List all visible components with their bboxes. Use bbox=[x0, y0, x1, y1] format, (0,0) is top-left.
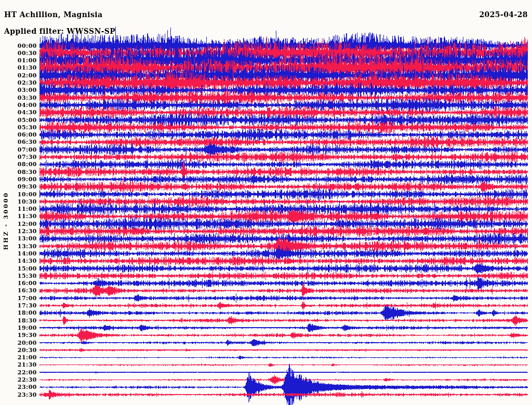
row-time-label: 02:00 bbox=[0, 73, 37, 78]
row-time-label: 20:00 bbox=[0, 340, 37, 346]
row-time-label: 03:00 bbox=[0, 87, 37, 93]
row-time-label: 12:30 bbox=[0, 228, 37, 234]
row-time-label: 06:00 bbox=[0, 132, 37, 138]
row-time-label: 03:30 bbox=[0, 95, 37, 101]
row-time-label: 19:30 bbox=[0, 332, 37, 338]
row-time-label: 22:00 bbox=[0, 370, 37, 375]
row-time-label: 18:00 bbox=[0, 310, 37, 316]
row-time-label: 07:00 bbox=[0, 147, 37, 153]
row-time-label: 08:00 bbox=[0, 161, 37, 167]
seismogram-trace-area bbox=[0, 0, 532, 405]
row-time-label: 19:00 bbox=[0, 325, 37, 331]
row-time-label: 21:30 bbox=[0, 362, 37, 368]
row-time-label: 16:00 bbox=[0, 280, 37, 286]
row-time-label: 11:30 bbox=[0, 213, 37, 219]
row-time-label: 17:00 bbox=[0, 295, 37, 301]
row-time-label: 00:30 bbox=[0, 50, 37, 56]
date-label: 2025-04-28 bbox=[479, 10, 528, 19]
row-time-label: 13:30 bbox=[0, 244, 37, 249]
row-time-label: 14:30 bbox=[0, 258, 37, 264]
row-time-label: 04:00 bbox=[0, 102, 37, 108]
helicorder-page: { "header": { "station_title": "HT Achil… bbox=[0, 0, 532, 405]
row-time-label: 07:30 bbox=[0, 154, 37, 160]
row-time-label: 08:30 bbox=[0, 169, 37, 175]
row-time-label: 01:30 bbox=[0, 65, 37, 71]
row-time-label: 23:00 bbox=[0, 384, 37, 390]
row-time-label: 12:00 bbox=[0, 221, 37, 227]
row-time-label: 16:30 bbox=[0, 288, 37, 293]
row-time-label: 05:00 bbox=[0, 117, 37, 123]
row-time-label: 17:30 bbox=[0, 303, 37, 308]
station-title: HT Achillion, Magnisia bbox=[4, 10, 103, 19]
row-time-label: 15:00 bbox=[0, 266, 37, 272]
row-time-label: 10:30 bbox=[0, 199, 37, 205]
row-time-label: 04:30 bbox=[0, 110, 37, 115]
row-time-label: 00:00 bbox=[0, 43, 37, 49]
row-time-label: 09:30 bbox=[0, 184, 37, 190]
row-time-label: 20:30 bbox=[0, 347, 37, 353]
row-time-label: 21:00 bbox=[0, 355, 37, 360]
row-time-label: 15:30 bbox=[0, 273, 37, 279]
filter-label: Applied filter: WWSSN-SP bbox=[4, 27, 115, 35]
row-time-label: 14:00 bbox=[0, 251, 37, 256]
row-time-label: 01:00 bbox=[0, 58, 37, 63]
row-time-label: 22:30 bbox=[0, 377, 37, 383]
row-time-label: 11:00 bbox=[0, 206, 37, 212]
row-time-label: 02:30 bbox=[0, 80, 37, 86]
row-time-label: 06:30 bbox=[0, 139, 37, 145]
row-time-label: 10:00 bbox=[0, 192, 37, 197]
row-time-label: 23:30 bbox=[0, 392, 37, 398]
row-time-label: 18:30 bbox=[0, 318, 37, 323]
row-time-label: 13:00 bbox=[0, 236, 37, 241]
row-time-label: 05:30 bbox=[0, 125, 37, 130]
row-time-label: 09:00 bbox=[0, 177, 37, 182]
